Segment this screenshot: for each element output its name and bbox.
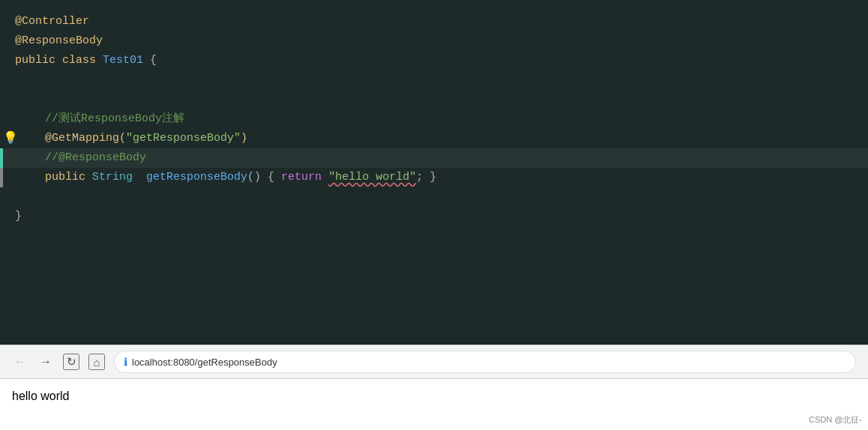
- line-indicator-1: [0, 12, 3, 31]
- line-indicator-4: [0, 70, 3, 90]
- code-line-3: public class Test01 {: [0, 51, 868, 70]
- method-name: getResponseBody: [146, 171, 247, 184]
- space1: [133, 171, 146, 184]
- code-line-11: }: [0, 207, 868, 226]
- keyword-public-2: public: [45, 171, 92, 184]
- watermark: CSDN @北征-: [809, 414, 862, 426]
- annotation-responsebody: @ResponseBody: [15, 31, 103, 51]
- line-indicator-6: [0, 109, 3, 129]
- keyword-class: class: [62, 51, 103, 70]
- classname-test01: Test01: [103, 51, 143, 70]
- code-line-5: [0, 90, 868, 109]
- annotation-controller: @Controller: [15, 12, 89, 31]
- type-string: String: [92, 171, 133, 184]
- code-line-7: 💡 @GetMapping("getResponseBody"): [0, 129, 868, 148]
- url-text: localhost:8080/getResponseBody: [132, 357, 277, 368]
- code-line-2: @ResponseBody: [0, 31, 868, 51]
- back-button[interactable]: ←: [12, 354, 28, 370]
- semicolon: ; }: [416, 171, 436, 184]
- closing-brace: }: [15, 207, 22, 226]
- brace1: {: [268, 171, 281, 184]
- annotation-getmapping: @GetMapping("getResponseBody"): [45, 129, 247, 148]
- string-hello-world: "hello world": [328, 171, 416, 184]
- editor-area: @Controller @ResponseBody public class T…: [0, 0, 868, 345]
- line-indicator-2: [0, 31, 3, 51]
- reload-button[interactable]: ↻: [63, 354, 79, 370]
- hello-world-output: hello world: [12, 390, 69, 403]
- browser-bar: ← → ↻ ⌂ ℹ localhost:8080/getResponseBody: [0, 345, 868, 379]
- brace-open: {: [143, 51, 157, 70]
- home-button[interactable]: ⌂: [88, 354, 105, 370]
- keyword-public-1: public: [15, 51, 62, 70]
- keyword-return: return: [281, 171, 322, 184]
- space2: [322, 171, 328, 184]
- browser-content: hello world CSDN @北征-: [0, 379, 868, 430]
- line-indicator-5: [0, 90, 3, 109]
- code-line-8: //@ResponseBody: [0, 148, 868, 168]
- line-indicator-3: [0, 51, 3, 70]
- parens: (): [247, 171, 268, 184]
- forward-button[interactable]: →: [37, 354, 54, 370]
- code-line-1: @Controller: [0, 12, 868, 31]
- code-line-4: [0, 70, 868, 90]
- line-indicator-9: [0, 168, 3, 187]
- url-bar[interactable]: ℹ localhost:8080/getResponseBody: [114, 351, 856, 373]
- comment-line-8: //@ResponseBody: [45, 148, 146, 168]
- line-indicator-11: [0, 207, 3, 226]
- code-line-9: public String getResponseBody() { return…: [0, 168, 868, 187]
- line-indicator-10: [0, 187, 3, 207]
- code-line-6: //测试ResponseBody注解: [0, 109, 868, 129]
- line-indicator-8: [0, 148, 3, 168]
- info-icon: ℹ: [124, 356, 127, 368]
- code-line-10: [0, 187, 868, 207]
- comment-line-6: //测试ResponseBody注解: [45, 109, 184, 129]
- bulb-icon: 💡: [3, 129, 18, 148]
